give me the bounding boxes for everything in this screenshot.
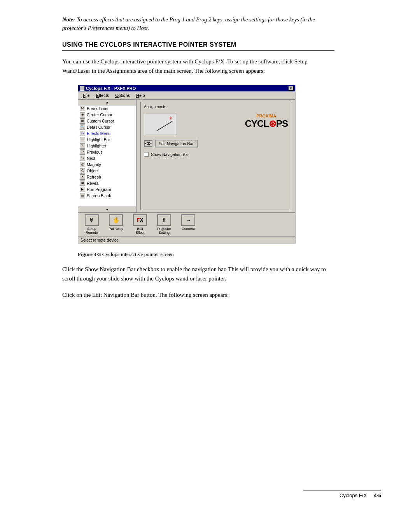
highlight-bar-icon: —: [80, 137, 85, 142]
titlebar-left: Cyclops F/X - PXFX.PRO: [80, 86, 136, 91]
svg-line-0: [157, 121, 172, 131]
scroll-down-arrow[interactable]: ▼: [78, 207, 136, 212]
center-cursor-icon: ⊕: [80, 112, 85, 117]
window-body: ▲ 10 Break Timer ⊕ Center Cursor ▦ Custo…: [78, 100, 295, 212]
show-nav-row: Show Navigation Bar: [144, 152, 288, 157]
refresh-icon: ✕: [80, 174, 85, 180]
detail-cursor-icon: 🔍: [80, 124, 85, 130]
toolbar-projector-setting[interactable]: ⣿ ProjectorSetting: [153, 214, 175, 235]
list-item-custom-cursor[interactable]: ▦ Custom Cursor: [78, 118, 136, 124]
list-item-label: Run Program: [87, 187, 111, 192]
figure-caption-desc: Cyclops interactive pointer screen: [102, 251, 174, 257]
list-item-object[interactable]: ⬡ Object: [78, 168, 136, 174]
nav-bar-row: ◁▷ Edit Navigation Bar: [144, 140, 288, 147]
menu-effects[interactable]: Effects: [93, 92, 112, 98]
screenshot-window: Cyclops F/X - PXFX.PRO ▼ File Effects Op…: [78, 85, 296, 244]
list-panel: ▲ 10 Break Timer ⊕ Center Cursor ▦ Custo…: [78, 100, 136, 212]
list-item-label: Highlight Bar: [87, 137, 110, 142]
list-item-label: Next: [87, 156, 95, 161]
assignments-label-text: Assignments: [144, 105, 288, 109]
list-item-break-timer[interactable]: 10 Break Timer: [78, 105, 136, 112]
section-heading: USING THE CYCLOPS INTERACTIVE POINTER SY…: [62, 41, 334, 51]
menu-help[interactable]: Help: [133, 92, 148, 98]
status-text: Select remote device: [80, 238, 119, 242]
window-title: Cyclops F/X - PXFX.PRO: [86, 86, 136, 91]
window-statusbar: Select remote device: [78, 237, 295, 243]
list-item-label: Object: [87, 168, 98, 173]
body-text-3: Click on the Edit Navigation Bar button.…: [62, 290, 334, 300]
put-away-icon: 🖐: [109, 214, 123, 226]
setup-remote-icon: 🎙: [85, 214, 99, 226]
window-toolbar: 🎙 SetupRemote 🖐 Put Away FX EditEffect ⣿…: [78, 212, 295, 237]
connect-icon: ↔: [181, 214, 195, 226]
footer-text: Cyclops F/X 4-5: [340, 492, 381, 498]
body-text-2: Click the Show Navigation Bar checkbox t…: [62, 265, 334, 283]
list-item-detail-cursor[interactable]: 🔍 Detail Cursor: [78, 124, 136, 130]
list-item-label: Highlighter: [87, 144, 106, 148]
run-program-icon: ▶: [80, 187, 85, 192]
show-nav-bar-label: Show Navigation Bar: [151, 152, 189, 157]
list-item-label: Refresh: [87, 175, 101, 179]
screen-blank-icon: ▬: [80, 193, 85, 198]
cyclops-o-icon: ⊛: [269, 118, 276, 129]
object-icon: ⬡: [80, 168, 85, 174]
put-away-label: Put Away: [108, 227, 123, 231]
list-item-effects-menu[interactable]: ▭ Effects Menu: [78, 130, 136, 137]
list-item-reveal[interactable]: ⇄ Reveal: [78, 180, 136, 186]
edit-navigation-bar-button[interactable]: Edit Navigation Bar: [155, 140, 198, 147]
proxima-label: PROXIMA: [256, 114, 276, 118]
list-item-run-program[interactable]: ▶ Run Program: [78, 186, 136, 193]
figure-label: Figure 4-3: [78, 251, 101, 257]
toolbar-setup-remote[interactable]: 🎙 SetupRemote: [80, 214, 103, 235]
list-item-highlighter[interactable]: ✎ Highlighter: [78, 143, 136, 149]
figure-caption: Figure 4-3 Cyclops interactive pointer s…: [78, 251, 334, 258]
list-item-label: Effects Menu: [87, 131, 110, 136]
body-text-1: You can use the Cyclops interactive poin…: [62, 57, 334, 75]
page-footer: Cyclops F/X 4-5: [303, 491, 381, 498]
reveal-icon: ⇄: [80, 181, 85, 186]
effects-menu-icon: ▭: [80, 131, 85, 136]
assignments-panel: Assignments ✳ PROXIMA: [136, 100, 295, 212]
list-item-label: Screen Blank: [87, 193, 111, 198]
note-label: Note:: [62, 16, 75, 23]
magnify-icon: ◎: [80, 162, 85, 167]
nav-icon-button[interactable]: ◁▷: [144, 140, 152, 147]
title-icon: [80, 86, 84, 91]
list-item-center-cursor[interactable]: ⊕ Center Cursor: [78, 112, 136, 118]
list-item-label: Reveal: [87, 181, 100, 186]
show-nav-bar-checkbox[interactable]: [144, 152, 149, 157]
toolbar-connect[interactable]: ↔ Connect: [177, 214, 200, 235]
cyclops-post: PS: [276, 118, 288, 129]
connect-label: Connect: [182, 227, 195, 231]
list-item-label: Previous: [87, 150, 103, 154]
menu-file[interactable]: File: [80, 92, 93, 98]
laser-line-graphic: [155, 121, 174, 132]
list-item-label: Center Cursor: [87, 112, 112, 117]
edit-effect-label: EditEffect: [136, 227, 145, 235]
list-item-label: Detail Cursor: [87, 125, 110, 130]
next-icon: ↪: [80, 156, 85, 161]
list-item-refresh[interactable]: ✕ Refresh: [78, 174, 136, 180]
list-item-next[interactable]: ↪ Next: [78, 155, 136, 161]
toolbar-edit-effect[interactable]: FX EditEffect: [129, 214, 151, 235]
list-item-magnify[interactable]: ◎ Magnify: [78, 161, 136, 168]
list-item-label: Break Timer: [87, 106, 109, 111]
setup-remote-label: SetupRemote: [86, 227, 98, 235]
laser-pointer-image: ✳: [144, 114, 177, 135]
list-item-label: Custom Cursor: [87, 119, 114, 123]
list-item-screen-blank[interactable]: ▬ Screen Blank: [78, 193, 136, 199]
list-item-highlight-bar[interactable]: — Highlight Bar: [78, 137, 136, 143]
window-close-btn[interactable]: ▼: [288, 86, 294, 91]
menu-options[interactable]: Options: [112, 92, 133, 98]
highlighter-icon: ✎: [80, 143, 85, 149]
list-item-previous[interactable]: ↩ Previous: [78, 149, 136, 155]
cyclops-logo: CYCL⊛PS: [245, 118, 288, 129]
previous-icon: ↩: [80, 149, 85, 155]
scroll-up-arrow[interactable]: ▲: [78, 100, 136, 105]
custom-cursor-icon: ▦: [80, 118, 85, 124]
toolbar-put-away[interactable]: 🖐 Put Away: [105, 214, 127, 235]
window-titlebar: Cyclops F/X - PXFX.PRO ▼: [78, 85, 295, 91]
note-paragraph: Note: To access effects that are assigne…: [62, 16, 334, 33]
projector-setting-icon: ⣿: [157, 214, 171, 226]
edit-effect-icon: FX: [133, 214, 147, 226]
